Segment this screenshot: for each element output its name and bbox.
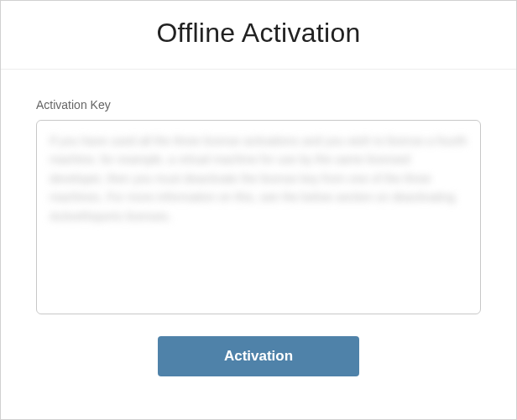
activation-button[interactable]: Activation	[158, 336, 359, 376]
button-row: Activation	[36, 318, 481, 395]
activation-key-label: Activation Key	[36, 98, 481, 111]
activation-key-input[interactable]	[36, 120, 481, 314]
content-area: Activation Key If you have used all the …	[1, 70, 516, 419]
page-title: Offline Activation	[1, 18, 516, 49]
textarea-wrapper: If you have used all the three license a…	[36, 120, 481, 318]
header: Offline Activation	[1, 1, 516, 70]
activation-window: Offline Activation Activation Key If you…	[0, 0, 517, 420]
